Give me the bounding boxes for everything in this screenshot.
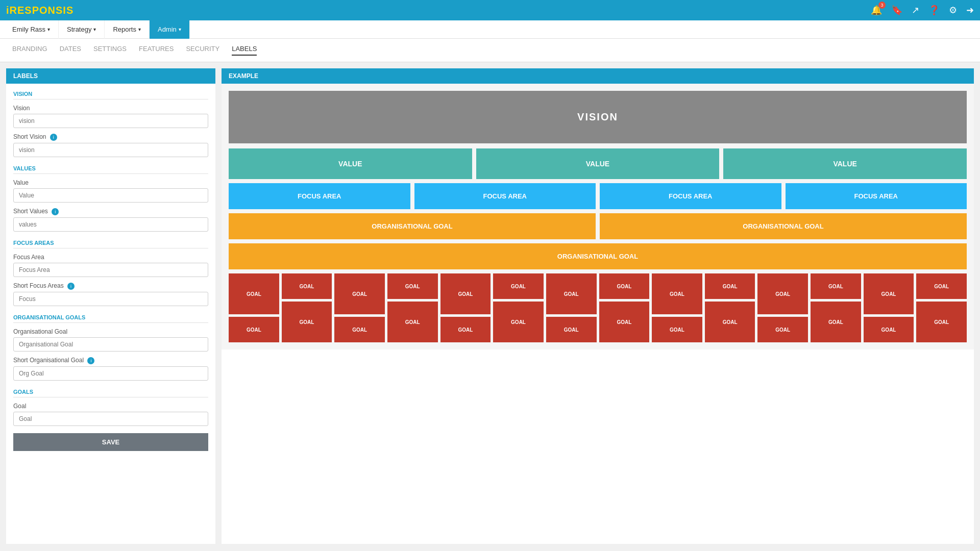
goal-box: GOAL <box>387 273 438 299</box>
input-short-vision[interactable] <box>13 143 208 157</box>
goal-col-6: GOAL GOAL <box>493 273 544 342</box>
goal-box: GOAL <box>493 302 544 342</box>
goal-box: GOAL <box>440 273 491 314</box>
share-icon[interactable]: ↗ <box>912 5 919 16</box>
goal-col-1: GOAL GOAL <box>229 273 279 342</box>
menu-admin-arrow: ▾ <box>179 27 181 32</box>
subnav-dates[interactable]: DATES <box>60 45 81 56</box>
goal-box: GOAL <box>229 273 279 314</box>
left-panel-body: VISION Vision Short Vision i VALUES Valu… <box>6 84 215 458</box>
left-panel-header: LABELS <box>6 68 215 84</box>
example-focus-4: FOCUS AREA <box>786 183 967 209</box>
goal-box: GOAL <box>864 317 914 342</box>
save-button[interactable]: SAVE <box>13 433 208 451</box>
goal-box: GOAL <box>652 317 702 342</box>
goal-box: GOAL <box>334 273 385 314</box>
goal-box: GOAL <box>546 273 597 314</box>
goal-col-14: GOAL GOAL <box>916 273 967 342</box>
input-short-focus[interactable] <box>13 292 208 306</box>
menu-strategy-arrow: ▾ <box>93 27 96 32</box>
info-short-values[interactable]: i <box>52 208 59 215</box>
section-org-goals: ORGANISATIONAL GOALS <box>13 314 208 323</box>
menu-emily-arrow: ▾ <box>47 27 50 32</box>
example-focus-1: FOCUS AREA <box>229 183 410 209</box>
menu-strategy-label: Strategy <box>67 26 91 33</box>
section-focus-areas: FOCUS AREAS <box>13 240 208 248</box>
goal-col-7: GOAL GOAL <box>546 273 597 342</box>
example-focus-row: FOCUS AREA FOCUS AREA FOCUS AREA FOCUS A… <box>229 183 967 209</box>
logout-icon[interactable]: ➜ <box>966 5 974 16</box>
input-goal[interactable] <box>13 412 208 426</box>
menu-item-admin[interactable]: Admin ▾ <box>150 20 190 39</box>
goal-col-4: GOAL GOAL <box>387 273 438 342</box>
goal-box: GOAL <box>599 273 650 299</box>
input-short-values[interactable] <box>13 217 208 232</box>
input-short-org-goal[interactable] <box>13 366 208 381</box>
example-value-1: VALUE <box>229 148 472 179</box>
example-vision: VISION <box>229 91 967 143</box>
question-icon[interactable]: ❓ <box>928 5 940 16</box>
notification-badge: 3 <box>878 2 886 9</box>
subnav-features[interactable]: FEATURES <box>139 45 174 56</box>
subnav-security[interactable]: SECURITY <box>186 45 219 56</box>
sub-nav: BRANDING DATES SETTINGS FEATURES SECURIT… <box>0 39 980 62</box>
left-panel: LABELS VISION Vision Short Vision i VALU… <box>6 68 215 544</box>
navbar-icons: 🔔 3 🔖 ↗ ❓ ⚙ ➜ <box>871 5 974 16</box>
subnav-labels[interactable]: LABELS <box>232 45 257 56</box>
goal-col-2: GOAL GOAL <box>282 273 332 342</box>
info-short-vision[interactable]: i <box>50 134 57 141</box>
goal-box: GOAL <box>387 302 438 342</box>
right-panel: EXAMPLE VISION VALUE VALUE VALUE FOCUS A… <box>222 68 974 544</box>
goal-box: GOAL <box>916 302 967 342</box>
label-org-goal: Organisational Goal <box>13 328 208 335</box>
menu-reports-arrow: ▾ <box>138 27 141 32</box>
goal-col-12: GOAL GOAL <box>811 273 861 342</box>
subnav-settings[interactable]: SETTINGS <box>93 45 127 56</box>
goal-box: GOAL <box>546 317 597 342</box>
bookmark-icon[interactable]: 🔖 <box>891 5 902 16</box>
menu-emily-label: Emily Rass <box>12 26 45 33</box>
right-panel-header: EXAMPLE <box>222 68 974 84</box>
menu-item-strategy[interactable]: Strategy ▾ <box>59 20 105 39</box>
menu-item-reports[interactable]: Reports ▾ <box>105 20 150 39</box>
top-navbar: iRESPONSIS 🔔 3 🔖 ↗ ❓ ⚙ ➜ <box>0 0 980 20</box>
goal-col-5: GOAL GOAL <box>440 273 491 342</box>
example-org-goal-2: ORGANISATIONAL GOAL <box>600 213 967 239</box>
goal-box: GOAL <box>440 317 491 342</box>
input-org-goal[interactable] <box>13 337 208 352</box>
goal-box: GOAL <box>757 317 808 342</box>
subnav-branding[interactable]: BRANDING <box>12 45 47 56</box>
example-org-goals-row1: ORGANISATIONAL GOAL ORGANISATIONAL GOAL <box>229 213 967 239</box>
goal-col-3: GOAL GOAL <box>334 273 385 342</box>
main-content: LABELS VISION Vision Short Vision i VALU… <box>0 62 980 550</box>
example-goals-grid: GOAL GOAL GOAL GOAL GOAL GOAL GOAL GOAL <box>229 273 967 342</box>
notification-icon[interactable]: 🔔 3 <box>871 5 882 16</box>
info-short-org-goal[interactable]: i <box>87 357 94 364</box>
example-value-2: VALUE <box>476 148 720 179</box>
goal-col-11: GOAL GOAL <box>757 273 808 342</box>
example-org-goal-full: ORGANISATIONAL GOAL <box>229 243 967 269</box>
goal-col-10: GOAL GOAL <box>705 273 755 342</box>
goal-box: GOAL <box>282 273 332 299</box>
goal-box: GOAL <box>916 273 967 299</box>
goal-box: GOAL <box>229 317 279 342</box>
logo: iRESPONSIS <box>6 5 74 16</box>
menu-reports-label: Reports <box>113 26 136 33</box>
example-focus-2: FOCUS AREA <box>414 183 596 209</box>
goal-box: GOAL <box>705 302 755 342</box>
menu-item-emily[interactable]: Emily Rass ▾ <box>4 20 59 39</box>
goal-col-13: GOAL GOAL <box>864 273 914 342</box>
label-value: Value <box>13 179 208 186</box>
input-value[interactable] <box>13 188 208 203</box>
label-short-values: Short Values i <box>13 208 208 215</box>
input-focus-area[interactable] <box>13 263 208 277</box>
goal-box: GOAL <box>811 273 861 299</box>
gear-icon[interactable]: ⚙ <box>949 5 957 16</box>
goal-box: GOAL <box>599 302 650 342</box>
goal-box: GOAL <box>757 273 808 314</box>
goal-box: GOAL <box>864 273 914 314</box>
goal-col-8: GOAL GOAL <box>599 273 650 342</box>
info-short-focus[interactable]: i <box>67 283 75 290</box>
goal-box: GOAL <box>652 273 702 314</box>
input-vision[interactable] <box>13 114 208 128</box>
